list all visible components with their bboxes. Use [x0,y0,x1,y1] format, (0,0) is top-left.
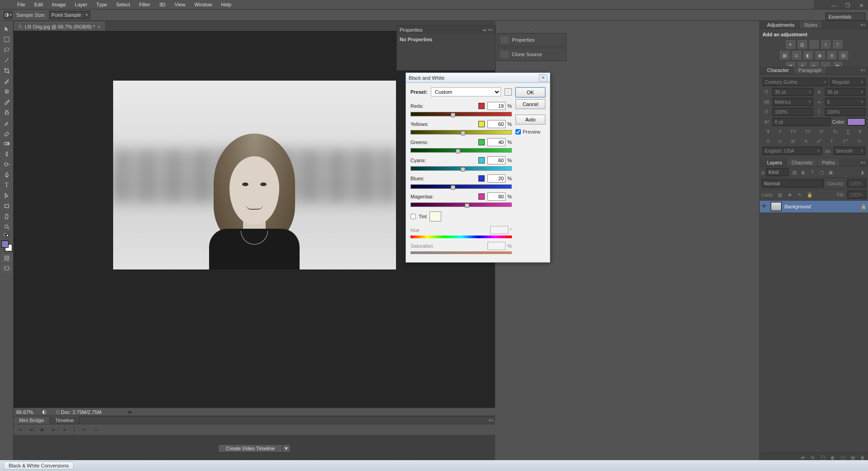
lasso-tool[interactable] [2,45,12,54]
mini-bridge-tab[interactable]: Mini Bridge [14,416,50,424]
cancel-button[interactable]: Cancel [515,99,545,109]
fractions-button[interactable]: 1ˢᵗ [843,138,849,144]
close-button[interactable]: ✕ [854,1,868,10]
styles-tab[interactable]: Styles [800,21,823,29]
smallcaps-button[interactable]: Tᴛ [805,129,811,135]
half-button[interactable]: ½ [857,138,861,144]
underline-button[interactable]: T [846,129,849,135]
language-dropdown[interactable]: English: USA [763,147,822,155]
allcaps-button[interactable]: TT [790,129,796,135]
slider-value-field[interactable] [487,192,506,201]
tracking-field[interactable]: 0 [825,98,866,106]
slider-track[interactable] [410,112,512,116]
vscale-field[interactable]: 100% [773,108,813,116]
brightness-contrast-icon[interactable]: ☀ [786,40,795,48]
properties-collapsed[interactable]: Properties [497,33,567,47]
panel-menu-icon[interactable]: ▾≡ [861,68,865,72]
opacity-field[interactable]: 100% [847,179,866,187]
split-clip-icon[interactable]: ✂ [81,427,87,433]
hue-slider-track[interactable] [410,236,512,238]
delete-layer-icon[interactable]: 🗑 [859,454,866,461]
maximize-button[interactable]: ❐ [841,1,854,10]
rectangle-tool[interactable] [2,202,12,211]
eyedropper-tool[interactable] [2,77,12,86]
tab-close-icon[interactable]: × [98,24,100,29]
auto-button[interactable]: Auto [515,115,545,125]
lock-position-icon[interactable]: ✥ [786,192,793,198]
subscript-button[interactable]: T₁ [833,129,838,135]
superscript-button[interactable]: T¹ [820,129,824,135]
ok-button[interactable]: OK [515,87,545,97]
slider-thumb[interactable] [451,185,455,190]
eraser-tool[interactable] [2,129,12,138]
dialog-titlebar[interactable]: Black and White ✕ [406,73,550,83]
marquee-tool[interactable] [2,35,12,44]
layers-tab[interactable]: Layers [763,159,787,166]
new-group-icon[interactable]: ▢ [839,454,846,461]
menu-type[interactable]: Type [92,2,112,7]
hue-field[interactable] [490,226,508,234]
clone-stamp-tool[interactable] [2,108,12,117]
antialias-dropdown[interactable]: Smooth [834,147,865,155]
visibility-icon[interactable]: 👁 [762,203,768,210]
layer-row[interactable]: 👁 Background 🔒 [760,201,868,212]
ordinals-button[interactable]: aᵈ [817,138,821,144]
create-video-timeline-button[interactable]: Create Video Timeline [218,444,282,452]
layer-thumbnail[interactable] [771,202,782,211]
panel-grip[interactable]: ⋯ [497,25,567,33]
stylistic-button[interactable]: st [791,138,795,144]
preset-dropdown[interactable]: Custom [431,87,501,96]
saturation-slider-track[interactable] [410,251,512,254]
lock-all-icon[interactable]: 🔒 [806,192,813,198]
hue-sat-icon[interactable]: ▦ [780,51,789,59]
text-color-swatch[interactable] [847,118,865,125]
color-lookup-icon[interactable]: ▤ [839,51,848,59]
filter-kind-dropdown[interactable]: Kind [766,168,789,176]
vibrance-icon[interactable]: ▽ [833,40,842,48]
filter-pixel-icon[interactable]: ▧ [791,169,798,175]
link-layers-icon[interactable]: ⇄ [799,454,806,461]
paths-tab[interactable]: Paths [818,159,840,166]
magic-wand-tool[interactable] [2,56,12,65]
next-frame-icon[interactable]: I▸ [51,427,57,433]
hand-tool[interactable] [2,212,12,221]
filter-type-icon[interactable]: T [809,169,816,175]
font-family-dropdown[interactable]: Century Gothic [763,78,828,86]
menu-edit[interactable]: Edit [30,2,48,7]
filter-toggle[interactable]: ▮ [859,169,866,175]
clone-source-collapsed[interactable]: Clone Source [497,48,567,61]
kerning-field[interactable]: Metrics [773,98,813,106]
panel-menu-icon[interactable]: ▾≡ [861,23,865,27]
workspace-dropdown[interactable]: Essentials [825,13,865,21]
layer-mask-icon[interactable]: ◯ [819,454,826,461]
menu-help[interactable]: Help [217,2,236,7]
slider-track[interactable] [410,148,512,153]
swash-button[interactable]: T [830,138,833,144]
panel-menu-icon[interactable]: ▾≡ [861,160,865,165]
crop-tool[interactable] [2,66,12,75]
menu-select[interactable]: Select [112,2,135,7]
levels-icon[interactable]: ▥ [798,40,807,48]
panel-menu-icon[interactable]: ▾≡ [487,418,495,423]
slider-track[interactable] [410,184,512,189]
paragraph-tab[interactable]: Paragraph [794,66,826,74]
slider-value-field[interactable] [487,156,506,164]
channel-mixer-icon[interactable]: ⊞ [827,51,836,59]
transition-icon[interactable]: ▭ [93,427,99,433]
dialog-close-button[interactable]: ✕ [539,74,547,82]
color-swatches[interactable] [1,240,12,251]
blend-mode-dropdown[interactable]: Normal [762,179,824,187]
minimize-button[interactable]: — [827,1,841,10]
collapse-icon[interactable]: ◂▸ ▾≡ [482,28,493,32]
leading-field[interactable]: 36 pt [825,88,866,96]
new-layer-icon[interactable]: ▤ [849,454,856,461]
timeline-tab[interactable]: Timeline [50,416,80,424]
tint-swatch[interactable] [429,211,441,221]
screenmode-toggle[interactable] [2,265,11,272]
default-colors-icon[interactable] [2,233,12,237]
slider-thumb[interactable] [461,167,465,172]
menu-layer[interactable]: Layer [70,2,92,7]
exposure-icon[interactable]: ± [821,40,830,48]
doc-info-icon[interactable]: ◐ [42,409,47,415]
ligatures-button[interactable]: fi [767,138,770,144]
